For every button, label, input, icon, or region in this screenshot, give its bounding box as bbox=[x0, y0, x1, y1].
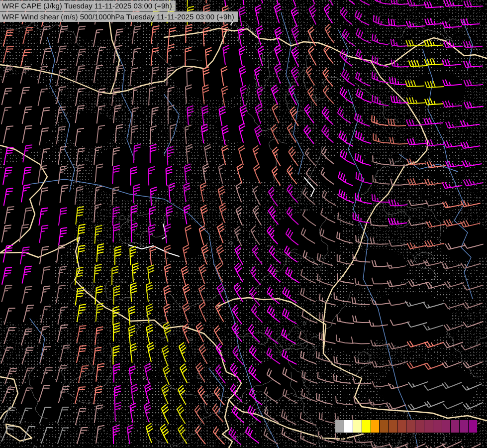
legend-color-cell bbox=[450, 420, 459, 433]
legend-color-cell bbox=[424, 420, 433, 433]
legend-color-cell bbox=[406, 420, 415, 433]
legend-color-cell bbox=[362, 420, 371, 433]
legend-color-cell bbox=[344, 420, 353, 433]
legend-color-cell bbox=[468, 420, 477, 433]
legend-color-cell bbox=[459, 420, 468, 433]
weather-map-canvas bbox=[0, 0, 487, 448]
legend-label-block: WRF CAPE J/kg bbox=[312, 419, 331, 442]
legend-label-unit: J/kg bbox=[312, 434, 331, 442]
legend-color-cell bbox=[353, 420, 362, 433]
legend-tick-label: 1500 bbox=[457, 435, 479, 442]
legend-color-cell bbox=[433, 420, 442, 433]
legend-color-cell bbox=[388, 420, 397, 433]
legend-color-cell bbox=[371, 420, 380, 433]
legend-color-cell bbox=[415, 420, 424, 433]
legend-color-cell bbox=[442, 420, 451, 433]
legend-color-cell bbox=[379, 420, 388, 433]
title-wind-shear: WRF Wind shear (m/s) 500/1000hPa Tuesday… bbox=[0, 11, 238, 22]
legend-color-cell bbox=[397, 420, 406, 433]
legend-colorbar bbox=[335, 420, 478, 433]
legend-label-cape: CAPE bbox=[312, 427, 331, 435]
wrf-weather-chart-page: { "titles": { "line1": "WRF CAPE (J/kg) … bbox=[0, 0, 487, 448]
legend-color-cell bbox=[335, 420, 344, 433]
title-cape: WRF CAPE (J/kg) Tuesday 11-11-2025 03:00… bbox=[0, 0, 176, 11]
legend-label-wrf: WRF bbox=[312, 419, 331, 427]
cape-legend: WRF CAPE J/kg 10030050070090011001300150… bbox=[311, 418, 487, 448]
